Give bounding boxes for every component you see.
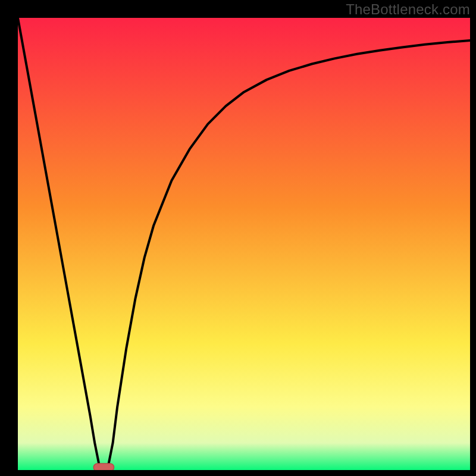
gradient-background: [18, 18, 470, 470]
chart-svg: [18, 18, 470, 470]
optimum-marker: [93, 464, 114, 470]
watermark-text: TheBottleneck.com: [346, 1, 470, 18]
chart-frame: TheBottleneck.com: [0, 0, 476, 476]
plot-area: [18, 18, 470, 470]
